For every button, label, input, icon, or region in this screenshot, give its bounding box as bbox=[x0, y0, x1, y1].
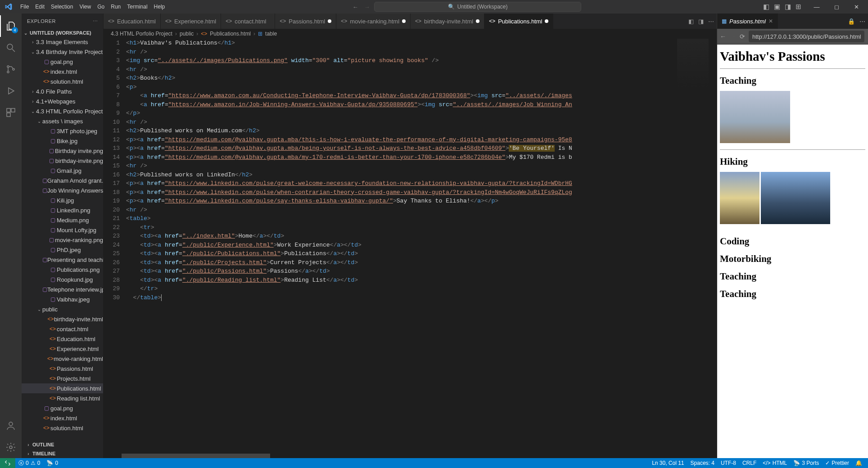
file-item[interactable]: <>movie-ranking.html bbox=[22, 354, 103, 364]
sidebar-more-icon[interactable]: ⋯ bbox=[93, 18, 98, 24]
file-item[interactable]: ▢Graham Arnold grant.jpeg bbox=[22, 176, 103, 185]
folder-item[interactable]: ›3.3 Image Elements bbox=[22, 37, 103, 47]
file-item[interactable]: ▢Presenting and teaching.jpeg bbox=[22, 255, 103, 265]
menu-go[interactable]: Go bbox=[94, 0, 108, 14]
encoding-status[interactable]: UTF-8 bbox=[718, 460, 739, 466]
split-editor-left-icon[interactable]: ◧ bbox=[688, 18, 694, 25]
file-item[interactable]: <>Projects.html bbox=[22, 374, 103, 383]
file-item[interactable]: <>solution.html bbox=[22, 423, 103, 433]
file-item[interactable]: ▢Telephone interview.jpg bbox=[22, 284, 103, 294]
folder-item[interactable]: ›4.0 File Paths bbox=[22, 86, 103, 96]
problems-status[interactable]: ⓧ0 ⚠0 bbox=[15, 459, 43, 467]
folder-item[interactable]: ⌄public bbox=[22, 304, 103, 314]
breadcrumb[interactable]: 4.3 HTML Porfolio Project› public› <>Pub… bbox=[104, 29, 717, 39]
language-status[interactable]: </> HTML bbox=[760, 460, 790, 466]
preview-back-icon[interactable]: ← bbox=[720, 33, 726, 40]
folder-item[interactable]: ⌄assets \ images bbox=[22, 116, 103, 126]
workspace-header[interactable]: ⌄UNTITLED (WORKSPACE) bbox=[22, 29, 103, 37]
menu-file[interactable]: File bbox=[17, 0, 32, 14]
extensions-icon[interactable] bbox=[0, 102, 22, 123]
timeline-section[interactable]: ›TIMELINE bbox=[22, 449, 103, 458]
folder-item[interactable]: ⌄4.3 HTML Porfolio Project bbox=[22, 106, 103, 116]
preview-more-icon[interactable]: ⋯ bbox=[859, 18, 865, 25]
file-item[interactable]: <>Experience.html bbox=[22, 344, 103, 354]
window-close-icon[interactable]: ✕ bbox=[846, 0, 866, 14]
menu-terminal[interactable]: Terminal bbox=[124, 0, 150, 14]
editor-tab[interactable]: <>Passions.html bbox=[275, 14, 336, 29]
file-item[interactable]: <>index.html bbox=[22, 413, 103, 423]
cursor-position[interactable]: Ln 30, Col 11 bbox=[649, 460, 687, 466]
prettier-status[interactable]: ✓ Prettier bbox=[822, 460, 852, 466]
file-item[interactable]: <>Passions.html bbox=[22, 364, 103, 374]
editor-tab[interactable]: <>contact.html bbox=[221, 14, 275, 29]
file-item[interactable]: ▢goal.png bbox=[22, 57, 103, 67]
file-item[interactable]: <>Publications.html bbox=[22, 383, 103, 393]
file-item[interactable]: ▢PhD.jpeg bbox=[22, 245, 103, 255]
editor-tab[interactable]: <>Publications.html bbox=[484, 14, 553, 29]
nav-back-icon[interactable]: ← bbox=[350, 1, 361, 12]
file-item[interactable]: ▢Kili.jpg bbox=[22, 195, 103, 205]
editor-tab[interactable]: <>birthday-invite.html bbox=[411, 14, 484, 29]
ports-status[interactable]: 📡 3 Ports bbox=[790, 460, 822, 466]
file-item[interactable]: ▢Job Winning Answers.jpeg bbox=[22, 185, 103, 195]
minimap[interactable] bbox=[677, 39, 709, 88]
settings-gear-icon[interactable] bbox=[0, 436, 22, 458]
editor-tab[interactable]: <>Experience.html bbox=[161, 14, 221, 29]
run-debug-icon[interactable] bbox=[0, 80, 22, 102]
editor-more-icon[interactable]: ⋯ bbox=[708, 18, 714, 25]
explorer-icon[interactable]: 4 bbox=[0, 15, 22, 37]
menu-help[interactable]: Help bbox=[151, 0, 168, 14]
preview-url[interactable]: http://127.0.0.1:3000/public/Passions.ht… bbox=[749, 31, 864, 42]
file-item[interactable]: ▢Roopkund.jpg bbox=[22, 274, 103, 284]
folder-item[interactable]: ›4.1+Webpages bbox=[22, 96, 103, 106]
source-control-icon[interactable] bbox=[0, 58, 22, 80]
remote-indicator-icon[interactable] bbox=[0, 458, 15, 468]
window-minimize-icon[interactable]: — bbox=[807, 0, 827, 14]
file-item[interactable]: <>Reading list.html bbox=[22, 393, 103, 403]
file-item[interactable]: ▢movie-ranking.png bbox=[22, 235, 103, 245]
preview-forward-icon[interactable]: → bbox=[730, 33, 736, 40]
file-item[interactable]: <>solution.html bbox=[22, 76, 103, 86]
editor-tab[interactable]: <>movie-ranking.html bbox=[336, 14, 411, 29]
command-center[interactable]: 🔍 Untitled (Workspace) bbox=[374, 2, 581, 12]
file-item[interactable]: ▢Mount Lofty.jpg bbox=[22, 225, 103, 235]
file-item[interactable]: ▢3MT photo.jpeg bbox=[22, 126, 103, 136]
file-item[interactable]: ▢LinkedIn.png bbox=[22, 205, 103, 215]
menu-run[interactable]: Run bbox=[108, 0, 124, 14]
close-icon[interactable]: ✕ bbox=[769, 18, 773, 24]
accounts-icon[interactable] bbox=[0, 415, 22, 436]
toggle-sidebar-icon[interactable]: ◨ bbox=[785, 3, 791, 11]
indentation-status[interactable]: Spaces: 4 bbox=[687, 460, 718, 466]
preview-tab[interactable]: ▦ Passions.html ✕ bbox=[717, 14, 778, 29]
file-item[interactable]: ▢birthday-invite.png bbox=[22, 156, 103, 166]
file-item[interactable]: ▢Gmail.jpg bbox=[22, 166, 103, 176]
file-item[interactable]: ▢Vaibhav.jpeg bbox=[22, 294, 103, 304]
file-item[interactable]: <>Education.html bbox=[22, 334, 103, 344]
ports-status-left[interactable]: 📡0 bbox=[43, 460, 61, 466]
file-item[interactable]: ▢Bike.jpg bbox=[22, 136, 103, 146]
split-editor-right-icon[interactable]: ◨ bbox=[698, 18, 704, 25]
horizontal-scrollbar[interactable] bbox=[122, 454, 717, 458]
file-item[interactable]: <>index.html bbox=[22, 67, 103, 76]
search-activity-icon[interactable] bbox=[0, 37, 22, 58]
preview-body[interactable]: Vaibhav's Passions Teaching Hiking Codin… bbox=[717, 45, 868, 458]
preview-reload-icon[interactable]: ⟳ bbox=[740, 33, 745, 40]
window-maximize-icon[interactable]: ◻ bbox=[827, 0, 846, 14]
file-item[interactable]: ▢Medium.png bbox=[22, 215, 103, 225]
editor-tab[interactable]: <>Education.html bbox=[104, 14, 161, 29]
notifications-bell-icon[interactable]: 🔔 bbox=[852, 460, 865, 466]
toggle-panel-icon[interactable]: ◧ bbox=[763, 3, 769, 11]
code-editor[interactable]: 1234567891011121314151617181920212223242… bbox=[104, 39, 717, 458]
toggle-bottom-icon[interactable]: ▣ bbox=[774, 3, 780, 11]
eol-status[interactable]: CRLF bbox=[739, 460, 760, 466]
menu-edit[interactable]: Edit bbox=[32, 0, 48, 14]
lock-icon[interactable]: 🔒 bbox=[848, 18, 855, 25]
file-item[interactable]: ▢Birthday invite.png bbox=[22, 146, 103, 156]
file-item[interactable]: ▢Publications.png bbox=[22, 265, 103, 274]
file-item[interactable]: ▢goal.png bbox=[22, 403, 103, 413]
file-item[interactable]: <>birthday-invite.html bbox=[22, 314, 103, 324]
file-item[interactable]: <>contact.html bbox=[22, 324, 103, 334]
menu-selection[interactable]: Selection bbox=[48, 0, 76, 14]
nav-forward-icon[interactable]: → bbox=[362, 1, 372, 12]
customize-layout-icon[interactable]: ⊞ bbox=[796, 3, 801, 11]
